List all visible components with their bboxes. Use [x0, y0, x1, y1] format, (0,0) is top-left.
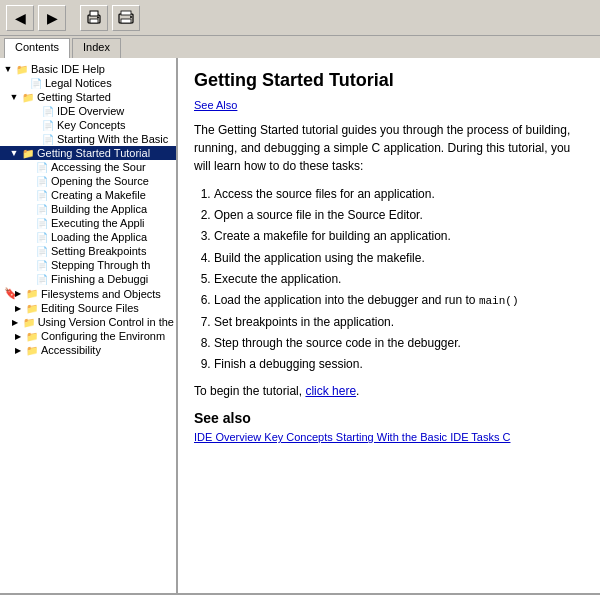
sidebar-item-key-concepts[interactable]: 📄 Key Concepts [0, 118, 176, 132]
sidebar-item-creating[interactable]: 📄 Creating a Makefile [0, 188, 176, 202]
bookmark-icon: 🔖 [4, 287, 12, 300]
spacer-icon [22, 245, 34, 257]
sidebar-item-label: Starting With the Basic [57, 133, 168, 145]
sidebar: ▼ 📁 Basic IDE Help 📄 Legal Notices ▼ 📁 G… [0, 58, 178, 593]
list-item: Finish a debugging session. [214, 355, 584, 374]
expand-icon: ▼ [8, 147, 20, 159]
sidebar-item-label: Opening the Source [51, 175, 149, 187]
spacer-icon [22, 189, 34, 201]
sidebar-item-label: Getting Started Tutorial [37, 147, 150, 159]
page-icon: 📄 [36, 232, 48, 243]
sidebar-item-label: Basic IDE Help [31, 63, 105, 75]
print-button[interactable] [80, 5, 108, 31]
sidebar-item-label: IDE Overview [57, 105, 124, 117]
sidebar-item-label: Accessing the Sour [51, 161, 146, 173]
page-icon: 📄 [36, 204, 48, 215]
page-icon: 📄 [30, 78, 42, 89]
sidebar-item-loading[interactable]: 📄 Loading the Applica [0, 230, 176, 244]
page-icon: 📄 [42, 106, 54, 117]
sidebar-item-finishing[interactable]: 📄 Finishing a Debuggi [0, 272, 176, 286]
page-icon: 📄 [42, 120, 54, 131]
sidebar-item-label: Filesystems and Objects [41, 288, 161, 300]
print2-button[interactable] [112, 5, 140, 31]
folder-icon: 📁 [26, 288, 38, 299]
list-item: Open a source file in the Source Editor. [214, 206, 584, 225]
spacer-icon [16, 77, 28, 89]
sidebar-item-configuring[interactable]: ▶ 📁 Configuring the Environm [0, 329, 176, 343]
sidebar-item-filesystems[interactable]: 🔖 ▶ 📁 Filesystems and Objects [0, 286, 176, 301]
page-icon: 📄 [36, 176, 48, 187]
folder-icon: 📁 [26, 331, 38, 342]
page-icon: 📄 [36, 260, 48, 271]
sidebar-item-editing[interactable]: ▶ 📁 Editing Source Files [0, 301, 176, 315]
folder-icon: 📁 [22, 92, 34, 103]
spacer-icon [22, 175, 34, 187]
tab-index[interactable]: Index [72, 38, 121, 58]
expand-icon: ▶ [12, 330, 24, 342]
sidebar-item-ide-overview[interactable]: 📄 IDE Overview [0, 104, 176, 118]
sidebar-item-label: Key Concepts [57, 119, 125, 131]
page-icon: 📄 [36, 274, 48, 285]
toolbar: ◀ ▶ [0, 0, 600, 36]
svg-rect-2 [90, 19, 98, 23]
list-item: Access the source files for an applicati… [214, 185, 584, 204]
spacer-icon [22, 273, 34, 285]
spacer-icon [28, 119, 40, 131]
sidebar-item-label: Editing Source Files [41, 302, 139, 314]
spacer-icon [22, 203, 34, 215]
spacer-icon [28, 133, 40, 145]
forward-button[interactable]: ▶ [38, 5, 66, 31]
page-icon: 📄 [36, 218, 48, 229]
sidebar-item-basic-ide-help[interactable]: ▼ 📁 Basic IDE Help [0, 62, 176, 76]
intro-text: The Getting Started tutorial guides you … [194, 121, 584, 175]
spacer-icon [22, 231, 34, 243]
folder-icon: 📁 [26, 303, 38, 314]
sidebar-item-legal-notices[interactable]: 📄 Legal Notices [0, 76, 176, 90]
sidebar-item-getting-started[interactable]: ▼ 📁 Getting Started [0, 90, 176, 104]
expand-icon: ▼ [8, 91, 20, 103]
list-item: Load the application into the debugger a… [214, 291, 584, 311]
sidebar-item-starting-basic[interactable]: 📄 Starting With the Basic [0, 132, 176, 146]
svg-rect-6 [121, 19, 131, 23]
sidebar-item-label: Using Version Control in the [38, 316, 174, 328]
steps-list: Access the source files for an applicati… [214, 185, 584, 374]
see-also-links[interactable]: IDE Overview Key Concepts Starting With … [194, 431, 510, 443]
page-icon: 📄 [36, 246, 48, 257]
sidebar-item-executing[interactable]: 📄 Executing the Appli [0, 216, 176, 230]
sidebar-item-label: Legal Notices [45, 77, 112, 89]
expand-icon: ▶ [12, 288, 24, 300]
sidebar-item-label: Stepping Through th [51, 259, 150, 271]
spacer-icon [22, 161, 34, 173]
page-icon: 📄 [36, 162, 48, 173]
main-container: ▼ 📁 Basic IDE Help 📄 Legal Notices ▼ 📁 G… [0, 58, 600, 593]
sidebar-item-getting-started-tutorial[interactable]: ▼ 📁 Getting Started Tutorial [0, 146, 176, 160]
svg-point-3 [97, 16, 99, 18]
sidebar-item-label: Loading the Applica [51, 231, 147, 243]
sidebar-item-version-control[interactable]: ▶ 📁 Using Version Control in the [0, 315, 176, 329]
sidebar-item-breakpoints[interactable]: 📄 Setting Breakpoints [0, 244, 176, 258]
list-item: Set breakpoints in the application. [214, 313, 584, 332]
sidebar-item-label: Building the Applica [51, 203, 147, 215]
svg-rect-1 [90, 11, 98, 16]
sidebar-item-label: Creating a Makefile [51, 189, 146, 201]
spacer-icon [22, 259, 34, 271]
list-item: Execute the application. [214, 270, 584, 289]
sidebar-item-building[interactable]: 📄 Building the Applica [0, 202, 176, 216]
page-title: Getting Started Tutorial [194, 70, 584, 91]
sidebar-item-label: Getting Started [37, 91, 111, 103]
list-item: Build the application using the makefile… [214, 249, 584, 268]
click-here-link[interactable]: click here [305, 384, 356, 398]
sidebar-item-stepping[interactable]: 📄 Stepping Through th [0, 258, 176, 272]
sidebar-item-label: Executing the Appli [51, 217, 145, 229]
sidebar-item-label: Finishing a Debuggi [51, 273, 148, 285]
back-button[interactable]: ◀ [6, 5, 34, 31]
folder-icon: 📁 [22, 148, 34, 159]
page-icon: 📄 [42, 134, 54, 145]
sidebar-item-accessing[interactable]: 📄 Accessing the Sour [0, 160, 176, 174]
sidebar-item-opening[interactable]: 📄 Opening the Source [0, 174, 176, 188]
tab-contents[interactable]: Contents [4, 38, 70, 58]
expand-icon: ▶ [12, 344, 24, 356]
see-also-top-link[interactable]: See Also [194, 99, 584, 111]
sidebar-item-accessibility[interactable]: ▶ 📁 Accessibility [0, 343, 176, 357]
folder-icon: 📁 [23, 317, 35, 328]
